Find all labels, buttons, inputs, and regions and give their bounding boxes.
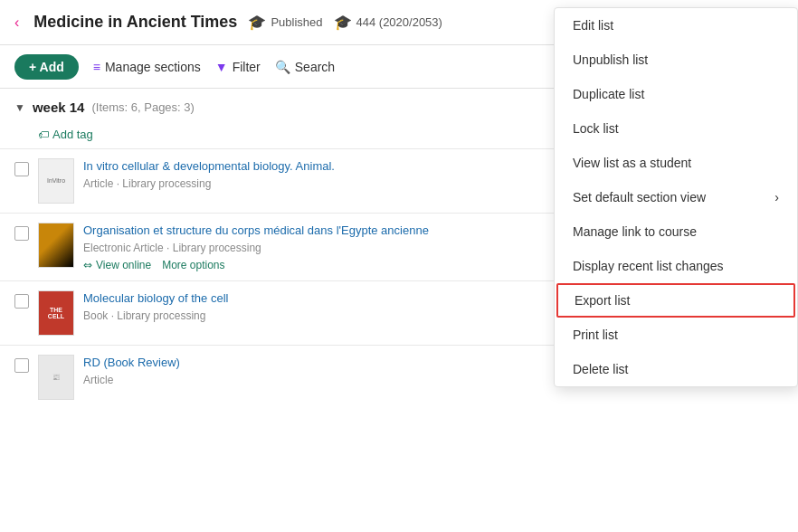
item-checkbox-1[interactable] bbox=[14, 162, 29, 176]
dropdown-menu: Edit list Unpublish list Duplicate list … bbox=[554, 7, 798, 387]
dropdown-label-default-view: Set default section view bbox=[573, 190, 706, 204]
dropdown-item-lock[interactable]: Lock list bbox=[555, 111, 797, 146]
more-options-link[interactable]: More options bbox=[162, 259, 224, 271]
enrollment-icon: 🎓 bbox=[334, 14, 352, 31]
dropdown-label-manage-link: Manage link to course bbox=[573, 224, 697, 239]
dropdown-label-edit-list: Edit list bbox=[573, 18, 613, 33]
section-title: week 14 bbox=[33, 100, 85, 115]
dropdown-item-display-recent[interactable]: Display recent list changes bbox=[555, 249, 797, 283]
dropdown-label-display-recent: Display recent list changes bbox=[573, 259, 724, 273]
back-button[interactable]: ‹ bbox=[14, 14, 19, 31]
view-online-label: View online bbox=[96, 259, 151, 271]
dropdown-label-lock: Lock list bbox=[573, 121, 619, 136]
dropdown-label-print: Print list bbox=[573, 328, 618, 342]
filter-label: Filter bbox=[233, 60, 261, 74]
section-collapse-button[interactable]: ▼ bbox=[14, 101, 25, 114]
tag-icon: 🏷 bbox=[38, 128, 49, 141]
search-button[interactable]: 🔍 Search bbox=[275, 60, 335, 74]
search-icon: 🔍 bbox=[275, 60, 290, 74]
more-options-label: More options bbox=[162, 259, 224, 271]
item-thumbnail-3: THE CELL bbox=[38, 290, 74, 336]
status-label: Published bbox=[271, 15, 322, 29]
manage-sections-button[interactable]: ≡ Manage sections bbox=[93, 60, 201, 74]
status-badge: 🎓 Published bbox=[248, 14, 322, 31]
item-checkbox-4[interactable] bbox=[14, 358, 29, 373]
dropdown-label-delete: Delete list bbox=[573, 362, 628, 376]
dropdown-item-duplicate[interactable]: Duplicate list bbox=[555, 77, 797, 111]
item-thumbnail-1: InVitro bbox=[38, 158, 74, 204]
dropdown-item-view-student[interactable]: View list as a student bbox=[555, 146, 797, 180]
status-icon: 🎓 bbox=[248, 14, 266, 31]
filter-icon: ▼ bbox=[215, 60, 228, 74]
item-checkbox-3[interactable] bbox=[14, 294, 29, 309]
enrollment-label: 444 (2020/2053) bbox=[356, 15, 442, 29]
dropdown-item-manage-link[interactable]: Manage link to course bbox=[555, 214, 797, 249]
filter-button[interactable]: ▼ Filter bbox=[215, 60, 261, 74]
chevron-right-icon: › bbox=[774, 190, 779, 204]
dropdown-item-print[interactable]: Print list bbox=[555, 318, 797, 352]
dropdown-item-default-view[interactable]: Set default section view › bbox=[555, 180, 797, 214]
manage-sections-icon: ≡ bbox=[93, 60, 100, 74]
search-label: Search bbox=[295, 60, 335, 74]
dropdown-label-duplicate: Duplicate list bbox=[573, 87, 644, 101]
add-tag-label: Add tag bbox=[52, 128, 93, 141]
dropdown-item-export[interactable]: Export list bbox=[556, 283, 795, 318]
add-button[interactable]: + Add bbox=[14, 54, 79, 80]
dropdown-label-export: Export list bbox=[575, 293, 630, 308]
manage-sections-label: Manage sections bbox=[105, 60, 201, 74]
item-thumbnail-2 bbox=[38, 223, 74, 268]
dropdown-item-unpublish[interactable]: Unpublish list bbox=[555, 43, 797, 77]
thumb-text-3: THE CELL bbox=[39, 305, 73, 321]
dropdown-item-delete[interactable]: Delete list bbox=[555, 352, 797, 386]
item-thumbnail-4: 📰 bbox=[38, 355, 74, 400]
enrollment-badge: 🎓 444 (2020/2053) bbox=[334, 14, 442, 31]
item-checkbox-2[interactable] bbox=[14, 226, 29, 241]
view-online-link[interactable]: ⇔ View online bbox=[83, 259, 151, 271]
page-title: Medicine in Ancient Times bbox=[33, 13, 237, 32]
section-meta: (Items: 6, Pages: 3) bbox=[91, 100, 194, 114]
dropdown-item-edit-list[interactable]: Edit list bbox=[555, 8, 797, 43]
link-icon: ⇔ bbox=[83, 259, 92, 271]
dropdown-label-unpublish: Unpublish list bbox=[573, 52, 648, 67]
dropdown-label-view-student: View list as a student bbox=[573, 156, 691, 170]
